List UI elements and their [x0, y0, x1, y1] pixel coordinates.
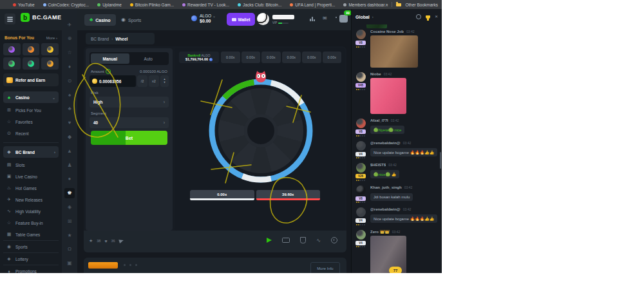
avatar[interactable] — [356, 230, 366, 240]
share-icon[interactable] — [118, 238, 124, 243]
chat-username[interactable]: Zero 👑👑 — [370, 230, 390, 234]
provider-rail-icon[interactable]: ● — [64, 174, 75, 184]
provider-rail-icon[interactable]: ♟ — [64, 160, 75, 170]
chat-room-selector[interactable]: Global — [355, 15, 370, 19]
chat-scrollbar[interactable] — [440, 152, 441, 169]
provider-rail-icon[interactable]: ♥ — [64, 118, 75, 128]
tab-auto[interactable]: Auto — [129, 53, 168, 64]
sidebar-item-table-games[interactable]: ▦Table Games — [3, 229, 59, 240]
bonus-tile[interactable] — [3, 57, 21, 70]
sidebar-item-picks-for-you[interactable]: ⊞Picks For You — [3, 104, 59, 116]
amount-stepper[interactable]: ▲▼ — [160, 75, 169, 87]
sidebar-item-live-casino[interactable]: ▣Live Casino — [3, 171, 59, 182]
sidebar-group-bc-brand[interactable]: ◆ BC Brand › — [3, 146, 59, 158]
history-multiplier-button[interactable]: 0.00x — [282, 52, 301, 63]
chat-toggle-icon[interactable] — [339, 15, 348, 23]
bookmark-item[interactable]: UFA Land | Properti... — [290, 3, 335, 7]
risk-dropdown[interactable]: High› — [90, 97, 169, 108]
hotkeys-icon[interactable] — [282, 238, 290, 243]
provider-rail-icon[interactable]: ♦ — [64, 61, 75, 71]
sidebar-item-hot-games[interactable]: ♨Hot Games — [3, 182, 59, 194]
bonus-tile[interactable] — [41, 57, 59, 70]
amount-input[interactable]: 0.00063956 — [90, 75, 136, 87]
bet-button[interactable]: Bet — [91, 131, 167, 145]
bonus-tile[interactable] — [23, 57, 40, 70]
avatar[interactable] — [356, 30, 366, 39]
provider-rail-icon[interactable]: ⊞ — [64, 216, 75, 226]
provider-rail-icon[interactable]: ⊕ — [64, 33, 75, 44]
other-bookmarks[interactable]: Other Bookmarks — [405, 3, 438, 7]
avatar[interactable] — [356, 141, 366, 151]
bookmark-item[interactable]: Uplandme — [97, 3, 122, 7]
wallet-button[interactable]: Wallet — [227, 13, 255, 26]
tab-sports[interactable]: ◉ Sports — [116, 14, 146, 26]
tab-manual[interactable]: Manual — [91, 53, 129, 64]
half-bet-button[interactable]: /2 — [137, 75, 147, 87]
provider-rail-icon[interactable]: Ω — [64, 244, 75, 254]
sidebar-item-refer-and-earn[interactable]: Refer and Earn — [3, 73, 59, 86]
segment-dropdown[interactable]: 40› — [90, 117, 169, 128]
avatar[interactable] — [356, 72, 366, 82]
chat-username[interactable]: Niobe — [370, 72, 381, 76]
provider-rail-icon[interactable]: ▲ — [64, 146, 75, 156]
provider-rail-icon[interactable]: ★ — [64, 230, 75, 240]
sidebar-item-favorites[interactable]: ☆Favorites — [3, 116, 59, 128]
bookmark-item[interactable]: Bitcoin Plinko Gam... — [130, 3, 174, 7]
inbox-icon[interactable]: ✉ — [323, 16, 327, 21]
history-multiplier-button[interactable]: 0.00x — [302, 52, 321, 63]
double-bet-button[interactable]: x2 — [149, 75, 159, 87]
avatar[interactable] — [356, 185, 366, 195]
chat-image[interactable] — [370, 35, 418, 68]
tab-casino[interactable]: ♣ Casino — [84, 14, 116, 26]
sidebar-group-casino[interactable]: ♣ Casino ⌄ — [3, 91, 59, 103]
provider-rail-icon[interactable]: ◆ — [64, 131, 75, 142]
provider-rail-icon[interactable]: ✈ — [64, 19, 75, 30]
provider-rail-icon[interactable]: ☆ — [64, 48, 75, 58]
currency-selector[interactable]: ALGO ⌄ $0.00 — [191, 14, 216, 24]
chat-username[interactable]: Khan_juth_singh — [370, 185, 402, 189]
bonus-more-link[interactable]: More › — [46, 36, 57, 40]
history-multiplier-button[interactable]: 0.00x — [261, 52, 281, 63]
sidebar-item-recent[interactable]: ⊙Recent — [3, 128, 59, 139]
avatar[interactable] — [356, 163, 366, 173]
provider-rail-icon[interactable]: ♚ — [64, 188, 75, 198]
sidebar-item-feature-buy-in[interactable]: ☆Feature Buy-in — [3, 217, 59, 229]
stats-icon[interactable]: ∿ — [316, 238, 321, 243]
bcgame-logo[interactable]: b BC.GAME — [21, 13, 61, 22]
provider-rail-icon[interactable]: ♠ — [64, 90, 75, 100]
history-multiplier-button[interactable]: 0.00x — [323, 52, 342, 63]
bookmark-item[interactable]: Members dashboar... — [343, 3, 388, 7]
fairness-icon[interactable] — [300, 237, 306, 243]
bookmark-item[interactable]: CoinCodex: Cryptoc... — [43, 3, 90, 7]
bookmark-item[interactable]: Jacks Club: Bitcoin... — [238, 3, 281, 7]
chat-username[interactable]: @renebaldwin@ — [370, 141, 401, 145]
chat-username[interactable]: Cocaine Nose Job — [370, 30, 404, 33]
trophy-icon[interactable] — [426, 15, 430, 19]
user-avatar[interactable] — [257, 13, 269, 25]
sidebar-item-slots[interactable]: ▤Slots — [3, 159, 59, 171]
more-info-button[interactable]: More Info — [310, 262, 340, 273]
sound-icon[interactable] — [267, 238, 272, 243]
sidebar-item-lottery[interactable]: ◈Lottery — [3, 252, 59, 265]
history-multiplier-button[interactable]: 0.00x — [242, 52, 261, 63]
chat-username[interactable]: $HEIST$ — [370, 163, 386, 167]
chat-username[interactable]: Afzal_I77I — [370, 118, 388, 122]
history-icon[interactable] — [331, 237, 337, 243]
bonus-tile[interactable] — [41, 43, 59, 55]
bonus-tile[interactable] — [3, 43, 21, 55]
avatar[interactable] — [356, 207, 366, 217]
chat-username[interactable]: @renebaldwin@ — [370, 207, 401, 211]
provider-badge[interactable] — [88, 262, 118, 269]
info-icon[interactable]: i — [106, 69, 111, 74]
menu-toggle-button[interactable] — [5, 14, 15, 24]
avatar[interactable] — [356, 118, 366, 128]
bookmark-item[interactable]: Rewarded TV - Look... — [182, 3, 229, 7]
provider-rail-icon[interactable]: ♣ — [64, 104, 75, 114]
sidebar-item-sports[interactable]: ◉Sports — [3, 240, 59, 252]
chat-rules-icon[interactable] — [416, 14, 421, 19]
provider-rail-icon[interactable]: ▣ — [64, 258, 75, 269]
sidebar-item-promotions[interactable]: ♦Promotions — [3, 265, 59, 273]
provider-rail-icon[interactable]: ◈ — [64, 202, 75, 212]
favorite-star-icon[interactable]: ★ — [89, 238, 93, 243]
bookmarks-overflow-chevron[interactable]: » — [386, 3, 388, 7]
